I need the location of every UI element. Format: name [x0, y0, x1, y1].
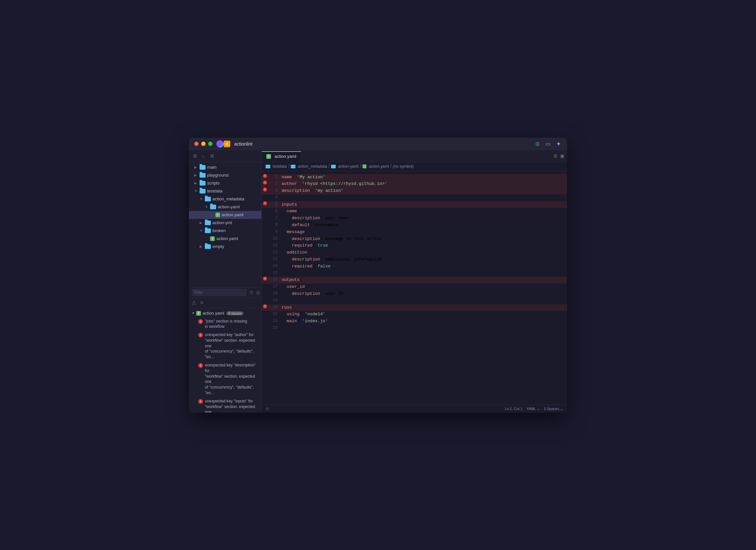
- sidebar-item-action-yaml-folder[interactable]: ▼ action-yaml: [189, 203, 261, 211]
- split-icon[interactable]: ⊞: [553, 153, 557, 159]
- app-window: A actionlint ⊙ ▭ ✦ ⊞ ⌕ ⊞ ▶ main: [189, 138, 567, 413]
- sidebar-item-main[interactable]: ▶ main: [189, 164, 261, 171]
- chevron-down-icon: ▼: [200, 197, 205, 201]
- line-number: 19: [268, 297, 282, 304]
- sidebar-item-action-metadata[interactable]: ▼ action_metadata: [189, 195, 261, 203]
- app-icon: A: [224, 141, 230, 147]
- code-line: 18 description: user ID: [262, 290, 567, 297]
- error-icon: !: [198, 399, 203, 404]
- problems-sub-toolbar: ⚠ ≡: [189, 298, 261, 308]
- tab-action-yaml[interactable]: Y action.yaml: [262, 151, 301, 162]
- sidebar-item-broken[interactable]: ▼ broken: [189, 227, 261, 235]
- folder-icon: [291, 165, 295, 168]
- language-selector[interactable]: YAML ⌄: [526, 407, 540, 411]
- sidebar-item-label: action.yaml: [216, 236, 238, 241]
- breadcrumb-testdata: testdata: [266, 164, 287, 169]
- folder-toolbar-icon[interactable]: ⊞: [193, 153, 197, 159]
- sidebar-item-label: action_metadata: [212, 197, 244, 202]
- line-number: 21: [268, 311, 282, 317]
- editor-area: Y action.yaml ⊞ ▣ testdata / action_meta…: [262, 150, 567, 413]
- info-icon: ⊙: [266, 406, 269, 411]
- sidebar-item-action-yaml-file[interactable]: ▶ Y action.yaml: [189, 211, 261, 219]
- sidebar-item-broken-action-yaml[interactable]: ▶ Y action.yaml: [189, 235, 261, 243]
- target-icon[interactable]: ◎: [256, 290, 260, 295]
- code-line: 13 description: additional information: [262, 256, 567, 263]
- line-content: description: 'my action': [282, 188, 567, 195]
- sidebar-item-testdata[interactable]: ▼ testdata: [189, 187, 261, 195]
- sidebar-item-label: scripts: [207, 181, 220, 186]
- code-line: 23: [262, 325, 567, 332]
- problem-item[interactable]: ! unexpected key "inputs" for"workflow" …: [189, 397, 261, 413]
- layout-icon[interactable]: ▭: [545, 141, 551, 147]
- cursor-position[interactable]: Ln 1, Col 1: [505, 407, 522, 411]
- close-button[interactable]: [194, 142, 199, 146]
- code-line: ! 20 runs:: [262, 304, 567, 311]
- maximize-button[interactable]: [208, 142, 212, 146]
- error-indicator: !: [262, 174, 268, 178]
- line-number: 14: [268, 263, 282, 270]
- layout-toggle-icon[interactable]: ▣: [560, 153, 564, 159]
- status-bar: ⊙ Ln 1, Col 1 YAML ⌄ 2 Spaces ⌄: [262, 405, 567, 413]
- error-icon: !: [198, 333, 203, 337]
- grid-toolbar-icon[interactable]: ⊞: [210, 153, 214, 159]
- sidebar-toolbar: ⊞ ⌕ ⊞: [189, 150, 261, 162]
- error-dot-icon: !: [263, 276, 267, 280]
- clock-icon[interactable]: ⏱: [249, 290, 253, 295]
- error-indicator: !: [262, 181, 268, 185]
- line-number: 1: [268, 174, 282, 180]
- code-line: 17 user_id:: [262, 283, 567, 290]
- folder-icon: [266, 165, 270, 168]
- problem-count: 6 issues: [226, 311, 244, 315]
- line-content: description: message to this action: [282, 236, 567, 243]
- yaml-file-icon: Y: [196, 311, 201, 315]
- list-icon[interactable]: ≡: [200, 300, 203, 306]
- sidebar-item-empty[interactable]: ▶ empty: [189, 243, 261, 251]
- sort-icon[interactable]: ⚠: [192, 300, 196, 306]
- sidebar-item-label: action-yaml: [218, 204, 240, 209]
- filter-input[interactable]: [192, 289, 246, 296]
- line-content: [282, 195, 567, 202]
- problem-file-header[interactable]: ▼ Y action.yaml 6 issues: [189, 309, 261, 317]
- tab-bar: Y action.yaml ⊞ ▣: [262, 150, 567, 162]
- folder-icon: [205, 244, 211, 249]
- indent-selector[interactable]: 2 Spaces ⌄: [544, 407, 563, 411]
- breadcrumb-action-metadata: action_metadata: [291, 164, 327, 169]
- line-number: 8: [268, 222, 282, 228]
- error-indicator: !: [262, 276, 268, 280]
- minimize-button[interactable]: [201, 142, 206, 146]
- problem-item[interactable]: ! unexpected key "author" for"workflow" …: [189, 331, 261, 361]
- line-content: [282, 297, 567, 304]
- problem-item[interactable]: ! "jobs" section is missingin workflow: [189, 317, 261, 331]
- folder-icon: [205, 229, 211, 233]
- code-editor[interactable]: ! 1 name: 'My action' ! 2 author: 'rhysd…: [262, 171, 567, 405]
- line-number: 4: [268, 195, 282, 201]
- plus-icon[interactable]: ✦: [555, 141, 562, 147]
- breadcrumb-action-yaml-folder: action-yaml: [331, 164, 358, 169]
- yaml-file-icon: Y: [266, 154, 271, 159]
- code-line: 7 description: your name: [262, 215, 567, 222]
- problems-toolbar: ⏱ ◎: [189, 287, 261, 298]
- sidebar-item-scripts[interactable]: ▶ scripts: [189, 179, 261, 187]
- breadcrumb-action-yaml-file: action.yaml: [362, 164, 389, 169]
- problem-text: "jobs" section is missingin workflow: [205, 318, 247, 330]
- search-toolbar-icon[interactable]: ⌕: [202, 153, 205, 159]
- eye-icon[interactable]: ⊙: [534, 141, 541, 147]
- problems-toolbar-icons: ⏱ ◎: [249, 290, 260, 295]
- code-line: 4: [262, 195, 567, 202]
- yaml-file-icon: Y: [210, 237, 215, 241]
- error-dot-icon: !: [263, 304, 267, 308]
- breadcrumb: testdata / action_metadata / action-yaml…: [262, 162, 567, 171]
- line-content: outputs:: [282, 276, 567, 283]
- breadcrumb-label: (no symbol): [393, 164, 414, 169]
- line-content: [282, 270, 567, 277]
- breadcrumb-separator: /: [360, 164, 361, 169]
- sidebar-item-label: action-yml: [212, 220, 232, 225]
- code-line: 12 addition:: [262, 249, 567, 256]
- code-line: ! 3 description: 'my action': [262, 188, 567, 195]
- sidebar-item-action-yml[interactable]: ▶ action-yml: [189, 219, 261, 227]
- titlebar-actions: ⊙ ▭ ✦: [534, 141, 562, 147]
- folder-icon: [200, 173, 206, 178]
- problem-item[interactable]: ! unexpected key "description" for"workf…: [189, 361, 261, 397]
- folder-icon: [200, 165, 206, 170]
- sidebar-item-playground[interactable]: ▶ playground: [189, 171, 261, 179]
